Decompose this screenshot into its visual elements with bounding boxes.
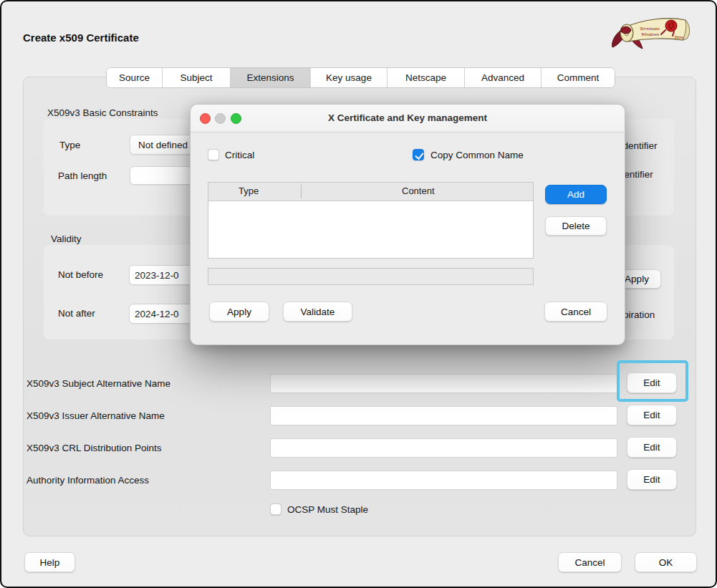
- help-button[interactable]: Help: [24, 552, 75, 572]
- entry-value-input[interactable]: [208, 268, 534, 285]
- tab-netscape[interactable]: Netscape: [387, 68, 464, 87]
- not-after-label: Not after: [58, 308, 95, 319]
- app-window: Create x509 Certificate Terminate Window…: [0, 0, 717, 588]
- validate-button[interactable]: Validate: [283, 302, 352, 322]
- ok-button[interactable]: OK: [635, 552, 697, 572]
- tab-extensions[interactable]: Extensions: [230, 68, 310, 87]
- path-length-label: Path length: [58, 170, 107, 181]
- delete-button[interactable]: Delete: [545, 216, 607, 236]
- type-dropdown-value: Not defined: [138, 140, 188, 150]
- cancel-button[interactable]: Cancel: [558, 552, 622, 572]
- copy-common-name-label: Copy Common Name: [430, 150, 524, 160]
- page-title: Create x509 Certificate: [23, 32, 139, 44]
- svg-text:Terminate: Terminate: [640, 26, 660, 32]
- tab-advanced[interactable]: Advanced: [464, 68, 541, 87]
- app-logo-icon: Terminate Windows Time: [605, 10, 695, 57]
- type-label: Type: [59, 140, 80, 150]
- copy-common-name-checkbox[interactable]: [413, 149, 424, 160]
- critical-label: Critical: [225, 150, 254, 160]
- validity-group-label: Validity: [51, 233, 82, 244]
- extension-entries-table[interactable]: Type Content: [208, 182, 534, 259]
- dialog-title: X Certificate and Key management: [191, 112, 625, 123]
- edit-extension-dialog: X Certificate and Key management Critica…: [190, 104, 625, 345]
- table-header-row: Type Content: [208, 183, 533, 201]
- dialog-cancel-button[interactable]: Cancel: [544, 302, 607, 322]
- dialog-apply-button[interactable]: Apply: [209, 302, 269, 322]
- tab-subject[interactable]: Subject: [162, 68, 230, 87]
- action-highlight-box: [617, 360, 688, 402]
- column-header-type[interactable]: Type: [239, 185, 259, 196]
- column-header-content[interactable]: Content: [402, 185, 435, 196]
- critical-checkbox[interactable]: [208, 149, 219, 160]
- column-divider[interactable]: [301, 185, 302, 198]
- svg-text:Time: Time: [674, 34, 684, 40]
- not-before-label: Not before: [58, 269, 103, 280]
- svg-text:Windows: Windows: [641, 32, 660, 37]
- tab-source[interactable]: Source: [107, 68, 162, 87]
- tab-comment[interactable]: Comment: [541, 68, 615, 87]
- tab-bar: Source Subject Extensions Key usage Nets…: [106, 67, 615, 88]
- basic-constraints-group-label: X509v3 Basic Constraints: [47, 107, 158, 118]
- screenshot: Create x509 Certificate Terminate Window…: [0, 0, 717, 588]
- add-button[interactable]: Add: [545, 185, 607, 204]
- tab-key-usage[interactable]: Key usage: [310, 68, 387, 87]
- dialog-titlebar[interactable]: X Certificate and Key management: [191, 105, 625, 132]
